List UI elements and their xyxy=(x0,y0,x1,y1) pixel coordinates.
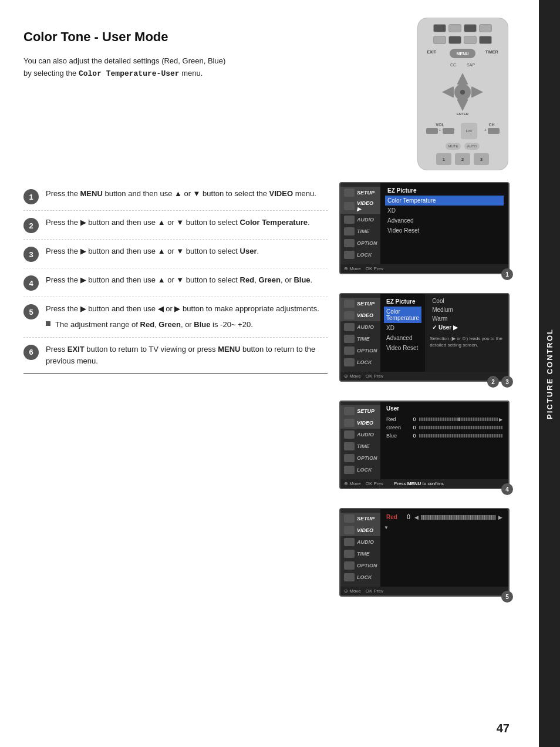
vol-ch-controls: VOL + FAV CH + xyxy=(423,123,503,139)
dpad-up xyxy=(457,73,468,85)
blue-label: Blue xyxy=(386,433,410,439)
plus-sign-2: + xyxy=(484,128,486,134)
menu-item-colortemp-1: Color Temperature xyxy=(385,196,504,206)
step-5-bullet: The adjustment range of Red, Green, or B… xyxy=(46,319,328,331)
remote-btn-7 xyxy=(464,36,477,44)
dpad-center-dot xyxy=(460,90,465,95)
time-icon xyxy=(344,227,355,235)
page-title: Color Tone - User Mode xyxy=(23,29,410,45)
blue-2: Blue xyxy=(194,320,210,329)
cc-sap-labels: CC SAP xyxy=(450,63,475,67)
setup-icon-23 xyxy=(344,300,355,308)
step-6: 6 Press EXIT button to return to TV view… xyxy=(23,338,328,375)
num-btn-2: 2 xyxy=(455,153,470,165)
menu-item-advanced-23: Advanced xyxy=(384,333,421,343)
red-slider-pos xyxy=(458,418,460,421)
intro-line3: menu. xyxy=(180,69,203,78)
red-detail-value: 0 xyxy=(403,514,414,520)
vol-plus xyxy=(443,128,454,134)
sidebar-audio: AUDIO xyxy=(340,214,380,226)
remote-cc-sap-row: EXIT MENU TIMER xyxy=(423,50,503,62)
vol-minus xyxy=(426,128,438,134)
step-number-2: 2 xyxy=(23,218,39,233)
picture-control-sidebar: PICTURE CONTROL xyxy=(539,0,560,747)
green-2: Green xyxy=(158,320,181,329)
lock-icon xyxy=(344,251,355,259)
step-4: 4 Press the ▶ button and then use ▲ or ▼… xyxy=(23,268,328,297)
enter-label: ENTER xyxy=(457,112,468,116)
move-label-1: ⊕ Move xyxy=(344,266,361,271)
remote-illustration: EXIT MENU TIMER CC SAP xyxy=(410,18,515,170)
step-content-2: Press the ▶ button and then use ▲ or ▼ b… xyxy=(46,217,328,229)
menu-name: Color Temperature-User xyxy=(79,69,180,78)
sidebar-setup: SETUP xyxy=(340,187,380,198)
video-icon-4 xyxy=(344,419,355,427)
sidebar-option-5: OPTION xyxy=(340,560,380,571)
red-slider-container: ▶ xyxy=(419,417,502,422)
sidebar-video-4: VIDEO xyxy=(340,417,380,429)
badge-5: 5 xyxy=(501,591,513,603)
option-icon xyxy=(344,239,355,247)
video-keyword: VIDEO xyxy=(269,189,293,198)
menu-screen-23: SETUP VIDEO AUDIO xyxy=(339,293,510,382)
sidebar-audio-23: AUDIO xyxy=(340,321,380,333)
exit-keyword: EXIT xyxy=(68,345,85,354)
sidebar-label: PICTURE CONTROL xyxy=(545,328,554,419)
blue-row: Blue 0 xyxy=(384,432,505,440)
badge-1: 1 xyxy=(501,268,513,280)
menu-sidebar-23: SETUP VIDEO AUDIO xyxy=(340,294,380,372)
sidebar-video-5: VIDEO xyxy=(340,524,380,536)
sidebar-time-23: TIME xyxy=(340,333,380,345)
audio-icon-23 xyxy=(344,323,355,331)
prev-label-1: OK Prev xyxy=(366,266,383,271)
auto-btn: AUTO xyxy=(464,143,480,150)
screenshot-5: SETUP VIDEO AUDIO xyxy=(339,508,515,597)
confirm-note: Press MENU to confirm. xyxy=(394,481,444,486)
remote-control: EXIT MENU TIMER CC SAP xyxy=(417,18,508,170)
mute-btn: MUTE xyxy=(446,143,461,150)
exit-label: EXIT xyxy=(427,50,437,54)
red-detail-label: Red xyxy=(386,514,403,520)
vol-block: VOL + xyxy=(426,123,454,139)
submenu-cool: Cool xyxy=(430,297,504,305)
menu-item-videoreset-23: Video Reset xyxy=(384,343,421,353)
badge-2: 2 xyxy=(487,376,499,388)
sidebar-setup-4: SETUP xyxy=(340,405,380,417)
intro-line2: by selecting the xyxy=(23,69,79,78)
sidebar-lock-5: LOCK xyxy=(340,571,380,583)
step-number-6: 6 xyxy=(23,345,39,360)
menu-main-5: Red 0 ◀ ▶ ▼ xyxy=(380,509,508,587)
red-detail-row: Red 0 ◀ ▶ xyxy=(384,513,505,521)
bullet-text: The adjustment range of Red, Green, or B… xyxy=(55,319,253,331)
red-2: Red xyxy=(140,320,155,329)
dpad: ENTER xyxy=(442,73,483,111)
video-icon-5 xyxy=(344,526,355,534)
remote-btn-2 xyxy=(448,24,461,32)
green-slider-track xyxy=(419,426,502,429)
steps-list: 1 Press the MENU button and then use ▲ o… xyxy=(23,182,328,599)
move-label-4: ⊕ Move xyxy=(344,481,361,486)
remote-btn-5 xyxy=(433,36,446,44)
sidebar-option-23: OPTION xyxy=(340,345,380,356)
step-content-3: Press the ▶ button and then use ▲ or ▼ b… xyxy=(46,245,328,258)
sidebar-setup-23: SETUP xyxy=(340,298,380,309)
num-btn-3: 3 xyxy=(474,153,489,165)
move-label-5: ⊕ Move xyxy=(344,588,361,594)
sidebar-lock: LOCK xyxy=(340,249,380,261)
red-row: Red 0 ▶ xyxy=(384,415,505,423)
red-value: 0 xyxy=(410,416,419,422)
bullet-icon xyxy=(46,321,50,326)
audio-icon-5 xyxy=(344,538,355,546)
menu-main-1: EZ Picture Color Temperature XD Advanced… xyxy=(380,183,508,264)
blue-slider-container xyxy=(419,434,502,438)
menu-button: MENU xyxy=(450,49,475,58)
green-value: 0 xyxy=(410,425,419,430)
sidebar-audio-5: AUDIO xyxy=(340,536,380,548)
num-buttons: 1 2 3 xyxy=(436,153,489,165)
dpad-right xyxy=(471,86,483,98)
step-number-5: 5 xyxy=(23,304,39,319)
time-icon-4 xyxy=(344,442,355,450)
menu-item-colortemp-23: Color Temperature xyxy=(384,307,421,323)
green-slider-container xyxy=(419,426,502,429)
menu-screen-1: SETUP VIDEO ▶ AUDIO xyxy=(339,182,510,274)
